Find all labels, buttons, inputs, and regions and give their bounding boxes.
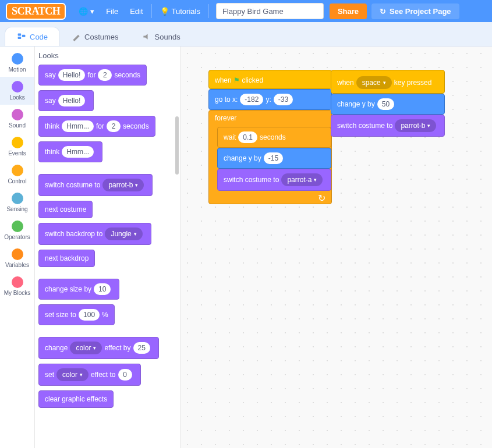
block-go-to-xy[interactable]: go to x:-182y:-33 (208, 89, 332, 110)
tab-costumes[interactable]: Costumes (60, 27, 130, 46)
block-switch-costume[interactable]: switch costume toparrot-b (331, 115, 445, 137)
svg-rect-2 (22, 35, 26, 37)
separator (208, 4, 209, 18)
block-say[interactable]: sayHello! (38, 90, 94, 111)
number-input[interactable]: 0.1 (238, 131, 257, 143)
sound-dot-icon (12, 109, 23, 120)
tab-code[interactable]: Code (5, 27, 60, 46)
tab-sounds[interactable]: Sounds (130, 27, 192, 46)
block-think-for-secs[interactable]: thinkHmm...for2seconds (38, 116, 155, 137)
category-operators[interactable]: Operators (0, 216, 34, 244)
separator (151, 4, 152, 18)
effect-dropdown[interactable]: color (56, 368, 89, 381)
sound-icon (142, 32, 151, 41)
scratch-logo[interactable]: SCRATCH (6, 3, 66, 20)
key-dropdown[interactable]: space (356, 76, 392, 89)
block-change-y[interactable]: change y by-15 (217, 148, 331, 169)
costume-dropdown[interactable]: parrot-b (395, 119, 436, 132)
block-set-size[interactable]: set size to100% (38, 304, 115, 325)
globe-icon: 🌐 (79, 7, 88, 16)
menu-bar: SCRATCH 🌐▾ File Edit 💡Tutorials Share ↻S… (0, 0, 492, 22)
main-area: Motion Looks Sound Events Control Sensin… (0, 47, 492, 448)
category-control[interactable]: Control (0, 161, 34, 189)
project-title-input[interactable] (216, 3, 324, 19)
block-palette[interactable]: Looks sayHello!for2seconds sayHello! thi… (35, 47, 180, 448)
operators-dot-icon (12, 221, 23, 232)
block-when-key-pressed[interactable]: whenspacekey pressed (331, 70, 445, 94)
text-input[interactable]: Hmm... (62, 120, 94, 132)
block-next-costume[interactable]: next costume (38, 201, 93, 218)
share-button[interactable]: Share (330, 3, 367, 19)
category-column: Motion Looks Sound Events Control Sensin… (0, 47, 35, 448)
category-events[interactable]: Events (0, 133, 34, 161)
text-input[interactable]: Hello! (58, 95, 86, 106)
block-wait[interactable]: wait0.1seconds (217, 127, 331, 148)
costume-icon (72, 32, 81, 41)
scrollbar[interactable] (175, 116, 179, 175)
category-variables[interactable]: Variables (0, 244, 34, 272)
chevron-down-icon: ▾ (90, 7, 94, 16)
backdrop-dropdown[interactable]: Jungle (105, 227, 142, 240)
motion-dot-icon (12, 53, 23, 65)
block-switch-costume[interactable]: switch costume toparrot-b (38, 174, 153, 196)
block-switch-backdrop[interactable]: switch backdrop toJungle (38, 223, 151, 245)
number-input[interactable]: 2 (98, 69, 112, 81)
category-myblocks[interactable]: My Blocks (0, 272, 34, 300)
file-menu[interactable]: File (100, 7, 124, 16)
block-switch-costume[interactable]: switch costume toparrot-a (217, 169, 331, 191)
costume-dropdown[interactable]: parrot-a (281, 173, 323, 186)
block-clear-effects[interactable]: clear graphic effects (38, 390, 114, 408)
category-looks[interactable]: Looks (0, 77, 34, 105)
number-input[interactable]: 0 (118, 369, 132, 381)
block-forever[interactable]: forever wait0.1seconds change y by-15 sw… (208, 110, 332, 204)
green-flag-icon: ⚑ (233, 76, 240, 84)
number-input[interactable]: -33 (274, 94, 293, 105)
variables-dot-icon (12, 248, 23, 260)
looks-dot-icon (12, 81, 23, 93)
myblocks-dot-icon (12, 276, 23, 288)
text-input[interactable]: Hello! (58, 69, 86, 81)
svg-rect-1 (18, 37, 22, 39)
block-think[interactable]: thinkHmm... (38, 141, 102, 162)
block-change-y[interactable]: change y by50 (331, 94, 445, 115)
globe-menu[interactable]: 🌐▾ (73, 7, 100, 16)
events-dot-icon (12, 137, 23, 148)
see-project-page-button[interactable]: ↻See Project Page (371, 3, 459, 19)
lightbulb-icon: 💡 (160, 7, 169, 16)
palette-header: Looks (38, 51, 176, 60)
edit-menu[interactable]: Edit (124, 7, 148, 16)
script-stack-2[interactable]: whenspacekey pressed change y by50 switc… (331, 70, 445, 137)
effect-dropdown[interactable]: color (70, 342, 102, 354)
number-input[interactable]: 100 (79, 309, 100, 321)
category-sound[interactable]: Sound (0, 105, 34, 133)
script-workspace[interactable]: when ⚑ clicked go to x:-182y:-33 forever… (180, 47, 492, 448)
number-input[interactable]: -15 (264, 152, 283, 164)
code-icon (17, 32, 26, 41)
refresh-icon: ↻ (380, 7, 386, 16)
block-when-flag-clicked[interactable]: when ⚑ clicked (208, 70, 332, 89)
number-input[interactable]: 10 (94, 283, 111, 295)
text-input[interactable]: Hmm... (62, 146, 94, 158)
tab-bar: Code Costumes Sounds (0, 22, 492, 47)
block-change-effect[interactable]: changecoloreffect by25 (38, 337, 159, 359)
block-say-for-secs[interactable]: sayHello!for2seconds (38, 65, 147, 86)
number-input[interactable]: 25 (133, 342, 150, 354)
script-stack-1[interactable]: when ⚑ clicked go to x:-182y:-33 forever… (208, 70, 332, 204)
svg-rect-0 (18, 33, 22, 35)
control-dot-icon (12, 165, 23, 176)
number-input[interactable]: 2 (107, 120, 121, 132)
category-sensing[interactable]: Sensing (0, 189, 34, 216)
number-input[interactable]: -182 (240, 94, 263, 105)
tutorials-button[interactable]: 💡Tutorials (154, 7, 206, 16)
block-change-size[interactable]: change size by10 (38, 279, 119, 300)
block-next-backdrop[interactable]: next backdrop (38, 250, 95, 267)
number-input[interactable]: 50 (377, 98, 394, 110)
costume-dropdown[interactable]: parrot-b (102, 179, 144, 191)
sensing-dot-icon (12, 193, 23, 204)
block-set-effect[interactable]: setcoloreffect to0 (38, 364, 141, 386)
category-motion[interactable]: Motion (0, 49, 34, 77)
loop-arrow-icon: ↻ (318, 193, 325, 204)
